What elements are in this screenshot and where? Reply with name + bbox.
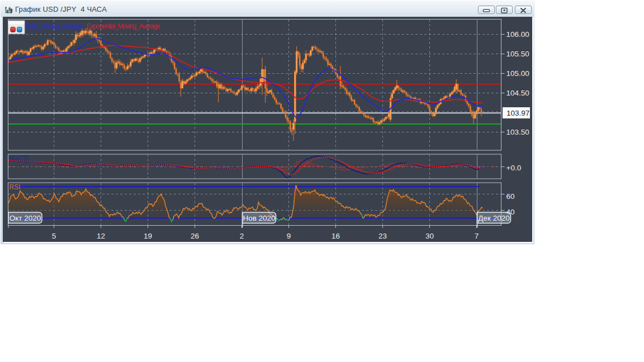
svg-text:104.50: 104.50 xyxy=(506,89,529,97)
svg-text:Дек 2020: Дек 2020 xyxy=(478,214,509,222)
svg-text:Exponential_Moving_Average: Exponential_Moving_Average xyxy=(87,22,160,30)
svg-text:12: 12 xyxy=(97,232,105,240)
svg-text:5: 5 xyxy=(52,232,56,240)
svg-text:30: 30 xyxy=(425,232,434,240)
svg-text:+0.0: +0.0 xyxy=(506,164,522,172)
svg-text:60: 60 xyxy=(506,192,515,201)
svg-text:26: 26 xyxy=(191,232,199,240)
svg-text:105.50: 105.50 xyxy=(506,50,529,58)
svg-text:106.00: 106.00 xyxy=(506,30,529,39)
svg-text:ential_Moving_Average: ential_Moving_Average xyxy=(25,22,83,30)
svg-text:103.50: 103.50 xyxy=(506,128,529,136)
svg-text:Нов 2020: Нов 2020 xyxy=(243,214,275,222)
svg-text:RSI: RSI xyxy=(10,183,21,191)
svg-text:7: 7 xyxy=(475,232,479,240)
svg-text:9: 9 xyxy=(287,232,291,240)
svg-text:105.00: 105.00 xyxy=(506,69,529,78)
svg-text:2: 2 xyxy=(240,232,244,240)
svg-text:103.97: 103.97 xyxy=(506,109,529,117)
svg-text:16: 16 xyxy=(332,232,340,240)
svg-text:19: 19 xyxy=(144,232,152,240)
svg-text:23: 23 xyxy=(378,232,387,240)
svg-text:Окт 2020: Окт 2020 xyxy=(10,214,41,222)
